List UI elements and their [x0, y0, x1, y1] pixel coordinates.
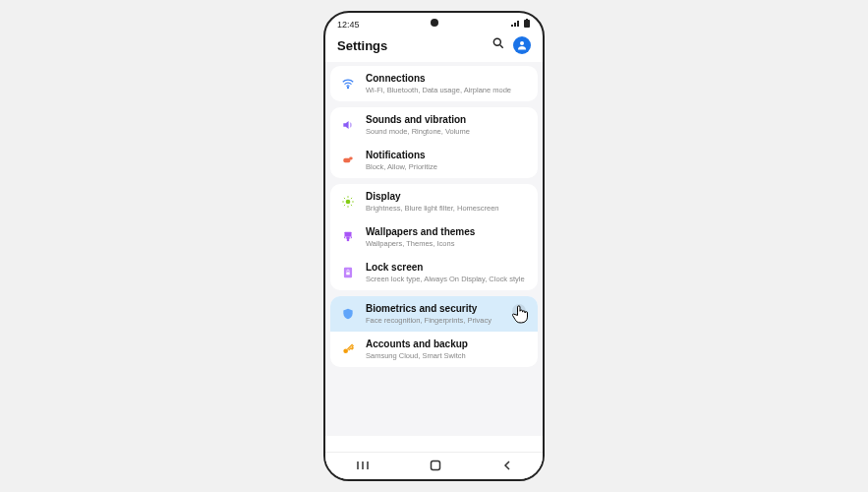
svg-rect-1 [526, 19, 528, 20]
svg-point-4 [520, 41, 524, 45]
display-icon [340, 195, 356, 209]
svg-line-16 [351, 198, 352, 199]
settings-item-notifications[interactable]: NotificationsBlock, Allow, Prioritize [330, 143, 538, 178]
svg-line-3 [500, 45, 503, 48]
lock-icon [340, 266, 356, 279]
key-icon [340, 342, 356, 356]
sound-icon [340, 118, 356, 132]
signal-icon [511, 20, 521, 30]
item-subtitle: Wi-Fi, Bluetooth, Data usage, Airplane m… [366, 86, 528, 94]
brush-icon [340, 230, 356, 244]
svg-rect-20 [346, 272, 350, 275]
svg-rect-17 [345, 232, 352, 237]
search-icon[interactable] [492, 36, 505, 54]
settings-group: DisplayBrightness, Blure light filter, H… [330, 184, 538, 290]
settings-header: Settings [325, 32, 543, 62]
svg-rect-0 [524, 20, 530, 28]
item-subtitle: Brightness, Blure light filter, Homescre… [366, 204, 528, 213]
shield-icon [340, 307, 356, 321]
clock: 12:45 [337, 20, 360, 30]
svg-line-13 [344, 198, 345, 199]
nav-bar [325, 452, 543, 479]
svg-point-21 [343, 348, 348, 353]
item-subtitle: Sound mode, Ringtone, Volume [366, 127, 528, 136]
settings-item-biometrics[interactable]: Biometrics and securityFace recognition,… [330, 296, 538, 332]
item-title: Display [366, 191, 528, 203]
item-subtitle: Face recognition, Fingerprints, Privacy [366, 316, 528, 325]
item-subtitle: Wallpapers, Themes, Icons [366, 239, 528, 248]
settings-list[interactable]: ConnectionsWi-Fi, Bluetooth, Data usage,… [325, 62, 543, 436]
settings-item-display[interactable]: DisplayBrightness, Blure light filter, H… [330, 184, 538, 219]
svg-line-15 [344, 205, 345, 206]
touch-ripple [512, 304, 526, 318]
wifi-icon [340, 77, 356, 91]
item-title: Notifications [366, 150, 528, 161]
home-button[interactable] [430, 458, 441, 475]
settings-group: ConnectionsWi-Fi, Bluetooth, Data usage,… [330, 66, 538, 101]
back-button[interactable] [502, 458, 512, 475]
battery-icon [523, 19, 531, 31]
svg-rect-18 [347, 236, 349, 241]
settings-group: Biometrics and securityFace recognition,… [330, 296, 538, 367]
item-subtitle: Samsung Cloud, Smart Switch [366, 351, 528, 360]
item-title: Accounts and backup [366, 338, 528, 350]
account-avatar[interactable] [513, 36, 531, 54]
svg-line-14 [351, 205, 352, 206]
item-title: Wallpapers and themes [366, 226, 528, 238]
recents-button[interactable] [356, 458, 370, 475]
item-title: Lock screen [366, 262, 528, 274]
svg-point-8 [346, 200, 351, 205]
svg-point-2 [493, 38, 500, 45]
svg-rect-25 [432, 461, 440, 469]
settings-item-lockscreen[interactable]: Lock screenScreen lock type, Always On D… [330, 255, 538, 290]
svg-rect-7 [349, 157, 353, 160]
item-title: Sounds and vibration [366, 114, 528, 126]
page-title: Settings [337, 38, 387, 53]
notif-icon [340, 154, 356, 167]
item-subtitle: Screen lock type, Always On Display, Clo… [366, 275, 528, 283]
settings-item-sounds[interactable]: Sounds and vibrationSound mode, Ringtone… [330, 107, 538, 143]
status-icons [511, 19, 531, 31]
camera-notch [431, 19, 438, 27]
svg-point-5 [347, 88, 348, 89]
phone-frame: 12:45 Settings ConnectionsWi-Fi, Bluetoo… [323, 11, 545, 481]
settings-group: Sounds and vibrationSound mode, Ringtone… [330, 107, 538, 178]
settings-item-wallpapers[interactable]: Wallpapers and themesWallpapers, Themes,… [330, 219, 538, 255]
settings-item-connections[interactable]: ConnectionsWi-Fi, Bluetooth, Data usage,… [330, 66, 538, 101]
item-title: Biometrics and security [366, 303, 528, 315]
item-subtitle: Block, Allow, Prioritize [366, 162, 528, 171]
item-title: Connections [366, 73, 528, 85]
settings-item-accounts[interactable]: Accounts and backupSamsung Cloud, Smart … [330, 332, 538, 367]
